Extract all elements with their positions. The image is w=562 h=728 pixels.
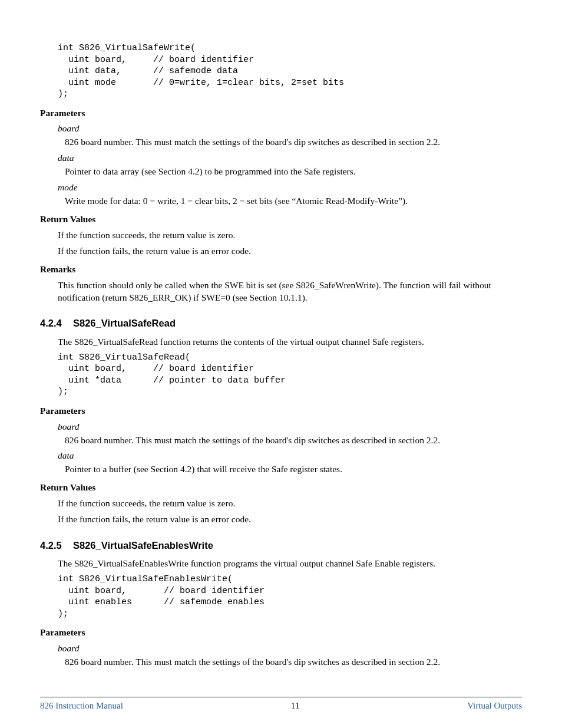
section-number-425: 4.2.5 [40,539,73,552]
remarks-text: This function should only be called when… [58,279,522,304]
parameters-heading-424: Parameters [40,405,522,417]
param-board-desc-424: 826 board number. This must match the se… [65,434,522,447]
param-data-desc: Pointer to data array (see Section 4.2) … [65,166,522,178]
param-data-desc-424: Pointer to a buffer (see Section 4.2) th… [65,463,522,476]
footer-page-number: 11 [291,700,299,711]
param-board-425: board [58,643,522,655]
return-fail: If the function fails, the return value … [58,245,522,258]
footer-left: 826 Instruction Manual [40,700,123,711]
section-425-intro: The S826_VirtualSafeEnablesWrite functio… [58,558,522,570]
return-success-424: If the function succeeds, the return val… [58,498,522,510]
footer-right: Virtual Outputs [467,700,522,711]
section-title-425: S826_VirtualSafeEnablesWrite [73,540,213,551]
section-425-heading: 4.2.5S826_VirtualSafeEnablesWrite [40,539,522,552]
section-424-heading: 4.2.4S826_VirtualSafeRead [40,317,522,330]
param-board-desc-425: 826 board number. This must match the se… [65,656,522,668]
page-footer: 826 Instruction Manual 11 Virtual Output… [40,697,522,711]
parameters-heading: Parameters [40,107,522,120]
return-values-heading-424: Return Values [40,482,522,494]
param-board: board [58,123,522,135]
code-block-safeenableswrite: int S826_VirtualSafeEnablesWrite( uint b… [58,574,522,620]
parameters-heading-425: Parameters [40,627,522,639]
param-data-424: data [58,450,522,462]
section-title: S826_VirtualSafeRead [73,318,176,328]
param-mode: mode [58,182,522,194]
param-board-424: board [58,421,522,433]
code-block-saferead: int S826_VirtualSafeRead( uint board, //… [58,352,522,398]
return-fail-424: If the function fails, the return value … [58,513,522,526]
section-number: 4.2.4 [40,317,73,330]
remarks-heading: Remarks [40,263,522,276]
param-mode-desc: Write mode for data: 0 = write, 1 = clea… [65,195,522,207]
return-values-heading: Return Values [40,213,522,226]
param-data: data [58,152,522,164]
section-424-intro: The S826_VirtualSafeRead function return… [58,336,522,348]
return-success: If the function succeeds, the return val… [58,229,522,242]
param-board-desc: 826 board number. This must match the se… [65,136,522,149]
code-block-safewrite: int S826_VirtualSafeWrite( uint board, /… [58,42,522,100]
